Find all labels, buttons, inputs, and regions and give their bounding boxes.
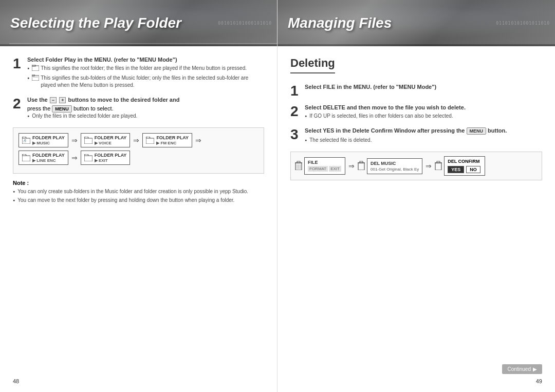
left-page-number: 48: [13, 378, 19, 384]
left-step2-bullet: Only the files in the selected folder ar…: [27, 113, 264, 120]
right-header-banner: Managing Files 011010101001011010: [278, 0, 555, 46]
right-step2: 2 Select DELETE and then move to the fil…: [290, 104, 542, 121]
file-operation-diagram: FILE FORMAT EXIT ⇒: [290, 152, 542, 180]
file-box-header: FILE: [308, 160, 318, 165]
left-step2: 2 Use the − + buttons to move to the des…: [13, 97, 264, 121]
folder-icon-voice: [84, 137, 92, 144]
folder-box-fmenc: FOLDER PLAY ▶ FM ENC: [142, 133, 192, 147]
left-header-banner: Selecting the Play Folder 00101010100010…: [0, 0, 277, 46]
yes-button[interactable]: YES: [448, 166, 464, 173]
diagram-row1: 🎵 FOLDER PLAY ▶ MUSIC ⇒ FOLDER P: [18, 133, 258, 147]
folder-box-lineenc: FOLDER PLAY ▶ LINE ENC: [18, 151, 68, 165]
right-step3-content: Select YES in the Delete Confirm Window …: [305, 127, 542, 145]
del-music-header: DEL MUSIC: [371, 161, 396, 166]
right-step2-content: Select DELETE and then move to the file …: [305, 104, 542, 121]
folder-icon-exit: [84, 154, 92, 161]
left-step1-number: 1: [13, 57, 23, 71]
folder-icon-fmenc: [146, 137, 154, 144]
svg-rect-13: [297, 161, 300, 163]
file-format-label: FORMAT: [308, 166, 328, 172]
right-header-title: Managing Files: [288, 15, 392, 31]
note-section: Note : You can only create sub-folders i…: [13, 180, 264, 204]
left-step2-number: 2: [13, 97, 23, 111]
note-bullet2: You can move to the next folder by press…: [13, 197, 264, 204]
svg-text:🎵: 🎵: [23, 139, 27, 143]
left-step1-title: Select Folder Play in the MENU. (refer t…: [27, 57, 264, 63]
right-step2-number: 2: [290, 104, 301, 119]
right-step3: 3 Select YES in the Delete Confirm Windo…: [290, 127, 542, 145]
folder-box-exit: FOLDER PLAY ▶ EXIT: [81, 151, 131, 165]
svg-rect-20: [435, 163, 441, 170]
file-arrow2: ⇒: [425, 162, 432, 170]
file-exit-label: EXIT: [329, 166, 341, 172]
no-button[interactable]: NO: [466, 166, 480, 173]
del-confirm-container: DEL CONFIRM YES NO: [435, 156, 485, 176]
folder-diagram: 🎵 FOLDER PLAY ▶ MUSIC ⇒ FOLDER P: [13, 127, 264, 174]
file-box: FILE FORMAT EXIT: [304, 157, 345, 175]
file-box-sublabels: FORMAT EXIT: [308, 166, 341, 172]
svg-rect-8: [146, 138, 154, 144]
right-step1-content: Select FILE in the MENU. (refer to "MENU…: [305, 84, 542, 92]
folder-box-voice: FOLDER PLAY ▶ VOICE: [81, 133, 131, 147]
left-header-title: Selecting the Play Folder: [10, 15, 181, 31]
svg-rect-22: [437, 161, 440, 163]
del-music-container: DEL MUSIC 001-Get Original, Black Ey: [358, 158, 422, 174]
left-step1-content: Select Folder Play in the MENU. (refer t…: [27, 57, 264, 90]
menu-button-step2: MENU: [52, 105, 72, 113]
del-icon: [358, 161, 365, 171]
folder-icon-lineenc: [22, 154, 30, 161]
right-binary-text: 011010101001011010: [496, 21, 550, 26]
svg-rect-9: [22, 156, 30, 161]
left-binary-text: 001010101000101010: [218, 21, 272, 26]
svg-rect-10: [84, 156, 92, 161]
continued-button[interactable]: Continued: [502, 364, 542, 374]
right-step2-title: Select DELETE and then move to the file …: [305, 104, 542, 110]
arrow2: ⇒: [133, 136, 139, 144]
svg-rect-7: [84, 138, 92, 144]
del-music-box: DEL MUSIC 001-Get Original, Black Ey: [367, 158, 422, 174]
left-step2-content: Use the − + buttons to move to the desir…: [27, 97, 264, 121]
right-step3-bullet: The selected file is deleted.: [305, 137, 542, 144]
svg-rect-17: [358, 163, 364, 170]
left-step2-press: press the MENU button to select.: [27, 105, 264, 113]
left-section: Selecting the Play Folder 00101010100010…: [0, 0, 278, 392]
minus-icon: −: [50, 97, 57, 103]
folder-box-music: 🎵 FOLDER PLAY ▶ MUSIC: [18, 133, 68, 147]
diagram-row2: FOLDER PLAY ▶ LINE ENC ⇒ FOLDER PLAY ▶ E…: [18, 151, 258, 165]
left-step1-subfolder-icon: [32, 74, 39, 83]
right-page-number: 49: [536, 378, 542, 384]
right-step1-title: Select FILE in the MENU. (refer to "MENU…: [305, 84, 542, 90]
menu-button-step3: MENU: [467, 127, 487, 135]
left-step2-title: Use the − + buttons to move to the desir…: [27, 97, 264, 103]
del-music-content: 001-Get Original, Black Ey: [371, 167, 419, 172]
confirm-icon: [435, 161, 442, 171]
file-box-container: FILE FORMAT EXIT: [295, 157, 345, 175]
right-step3-title: Select YES in the Delete Confirm Window …: [305, 127, 542, 135]
right-content: Deleting 1 Select FILE in the MENU. (ref…: [278, 46, 555, 196]
confirm-buttons: YES NO: [448, 166, 482, 173]
file-arrow1: ⇒: [348, 162, 355, 170]
page-container: Selecting the Play Folder 00101010100010…: [0, 0, 555, 392]
left-content: 1 Select Folder Play in the MENU. (refer…: [0, 46, 277, 216]
confirm-header: DEL CONFIRM: [448, 159, 482, 164]
arrow4: ⇒: [71, 154, 78, 162]
deleting-title: Deleting: [290, 57, 335, 73]
del-confirm-box: DEL CONFIRM YES NO: [444, 156, 485, 176]
arrow1: ⇒: [71, 136, 78, 144]
folder-icon-music: 🎵: [22, 137, 30, 144]
left-step1-bullet2: This signifies the sub-folders of the Mu…: [27, 74, 264, 89]
trash-icon-file: [295, 161, 302, 171]
svg-rect-19: [360, 161, 363, 163]
right-step1: 1 Select FILE in the MENU. (refer to "ME…: [290, 84, 542, 98]
right-step1-number: 1: [290, 84, 301, 98]
right-step2-bullet: If GO UP is selected, files in other fol…: [305, 113, 542, 120]
left-step1: 1 Select Folder Play in the MENU. (refer…: [13, 57, 264, 90]
right-section: Managing Files 011010101001011010 Deleti…: [278, 0, 555, 392]
arrow3: ⇒: [195, 136, 201, 144]
note-bullet1: You can only create sub-folders in the M…: [13, 188, 264, 195]
note-title: Note :: [13, 180, 264, 186]
plus-icon: +: [59, 97, 66, 103]
left-step1-bullet1: This signifies the root folder; the file…: [27, 65, 264, 73]
left-step1-root-icon: [32, 65, 39, 73]
right-step3-number: 3: [290, 127, 301, 142]
